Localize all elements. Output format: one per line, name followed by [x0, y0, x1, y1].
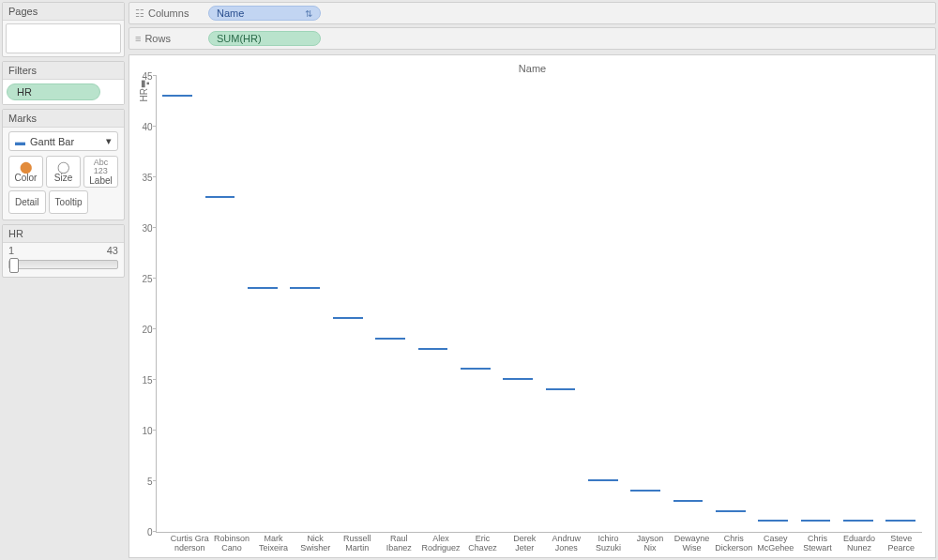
color-icon: ⬤ [20, 161, 32, 173]
bar-col[interactable] [496, 76, 538, 532]
bar-col[interactable] [667, 76, 709, 532]
gantt-mark[interactable] [205, 196, 235, 198]
label-label: Label [89, 175, 112, 186]
detail-label: Detail [15, 197, 39, 207]
bar-col[interactable] [326, 76, 369, 532]
gantt-mark[interactable] [248, 287, 278, 289]
gantt-mark[interactable] [418, 348, 448, 350]
gantt-mark[interactable] [588, 479, 618, 481]
bar-col[interactable] [369, 76, 411, 532]
pages-drop-target[interactable] [6, 23, 121, 53]
columns-pill-name[interactable]: Name ⇅ [208, 6, 321, 21]
gantt-mark[interactable] [290, 287, 320, 289]
x-tick-label: AlexRodriguez [420, 535, 462, 553]
y-axis-title: HR [137, 88, 151, 101]
x-tick-label: NickSwisher [295, 535, 337, 553]
columns-shelf[interactable]: ☷ Columns Name ⇅ [129, 2, 936, 24]
bar-col[interactable] [284, 76, 326, 532]
x-tick-label: ChrisDickerson [713, 535, 755, 553]
x-tick-label: AndruwJones [545, 535, 587, 553]
x-tick-label: StevePearce [880, 535, 922, 553]
label-icon: Abc123 [94, 159, 109, 175]
rows-shelf-icon: ≡ [135, 33, 141, 44]
x-tick-label: EduardoNunez [839, 535, 881, 553]
gantt-mark[interactable] [630, 490, 660, 492]
hr-filter-slider[interactable] [8, 260, 118, 269]
bar-col[interactable] [837, 76, 879, 532]
rows-shelf-label: Rows [144, 33, 171, 44]
y-tick-label: 10 [130, 426, 153, 436]
gantt-mark[interactable] [801, 520, 831, 522]
y-tick-label: 0 [130, 527, 153, 537]
y-tick-label: 25 [130, 274, 153, 284]
bar-col[interactable] [625, 76, 667, 532]
bar-col[interactable] [412, 76, 454, 532]
x-tick-label: RussellMartin [336, 535, 378, 553]
hr-filter-max: 43 [107, 245, 118, 256]
bar-col[interactable] [582, 76, 624, 532]
gantt-mark[interactable] [843, 520, 873, 522]
gantt-mark[interactable] [758, 520, 788, 522]
bar-col[interactable] [709, 76, 751, 532]
bar-col[interactable] [241, 76, 283, 532]
gantt-bar-icon: ▬ [15, 136, 25, 147]
size-icon: ◯ [57, 161, 69, 173]
bar-col[interactable] [199, 76, 241, 532]
x-tick-label: RaulIbanez [378, 535, 420, 553]
gantt-mark[interactable] [162, 95, 192, 97]
gantt-mark[interactable] [546, 388, 576, 390]
y-tick-label: 45 [130, 71, 153, 82]
color-label: Color [15, 173, 38, 183]
columns-shelf-label: Columns [148, 8, 189, 19]
gantt-mark[interactable] [673, 500, 704, 502]
filter-pill-hr[interactable]: HR [7, 83, 100, 100]
detail-button[interactable]: Detail [8, 190, 46, 214]
rows-shelf[interactable]: ≡ Rows SUM(HR) [129, 27, 936, 50]
viz-title: Name [137, 63, 928, 74]
bar-col[interactable] [752, 76, 794, 532]
x-tick-label: DerekJeter [504, 535, 546, 553]
gantt-mark[interactable] [375, 338, 405, 340]
color-button[interactable]: ⬤ Color [8, 156, 43, 188]
bar-col[interactable] [880, 76, 922, 532]
x-tick-label: MarkTeixeira [252, 535, 295, 553]
slider-thumb[interactable] [9, 258, 19, 273]
chevron-down-icon: ▾ [106, 135, 112, 147]
gantt-mark[interactable] [885, 520, 915, 522]
x-tick-label: ChrisStewart [796, 535, 839, 553]
y-tick-label: 40 [130, 122, 153, 132]
viz-area: Name ▮▪ HR 051015202530354045 Curtis Gra… [129, 54, 936, 558]
gantt-mark[interactable] [333, 317, 363, 319]
size-button[interactable]: ◯ Size [46, 156, 81, 188]
tooltip-label: Tooltip [55, 197, 83, 207]
gantt-mark[interactable] [503, 378, 533, 380]
rows-pill-sum-hr[interactable]: SUM(HR) [208, 31, 321, 46]
x-tick-label: CaseyMcGehee [755, 535, 797, 553]
bar-col[interactable] [794, 76, 837, 532]
y-tick-label: 5 [130, 477, 153, 487]
x-tick-label: IchiroSuzuki [587, 535, 629, 553]
bar-col[interactable] [157, 76, 199, 532]
gantt-mark[interactable] [716, 510, 746, 512]
size-label: Size [54, 173, 72, 183]
sort-descending-icon[interactable]: ⇅ [305, 8, 312, 19]
bar-col[interactable] [539, 76, 582, 532]
hr-filter-header: HR [3, 225, 124, 243]
label-button[interactable]: Abc123 Label [83, 156, 118, 188]
tooltip-button[interactable]: Tooltip [49, 190, 89, 214]
chart-plot[interactable]: 051015202530354045 [156, 76, 922, 533]
mark-type-label: Gantt Bar [30, 136, 74, 147]
y-tick-label: 30 [130, 223, 153, 234]
marks-panel: Marks ▬ Gantt Bar ▾ ⬤ Color ◯ Size [2, 109, 125, 220]
x-tick-label: DewayneWise [671, 535, 713, 553]
rows-pill-label: SUM(HR) [217, 33, 262, 44]
mark-type-select[interactable]: ▬ Gantt Bar ▾ [8, 131, 118, 151]
pages-panel: Pages [2, 2, 125, 57]
bar-col[interactable] [454, 76, 496, 532]
hr-filter-min: 1 [8, 245, 14, 256]
x-tick-label: EricChavez [461, 535, 504, 553]
gantt-mark[interactable] [461, 368, 491, 370]
columns-pill-label: Name [217, 8, 244, 19]
y-tick-label: 15 [130, 375, 153, 386]
x-tick-label: Jayson Nix [629, 535, 672, 553]
